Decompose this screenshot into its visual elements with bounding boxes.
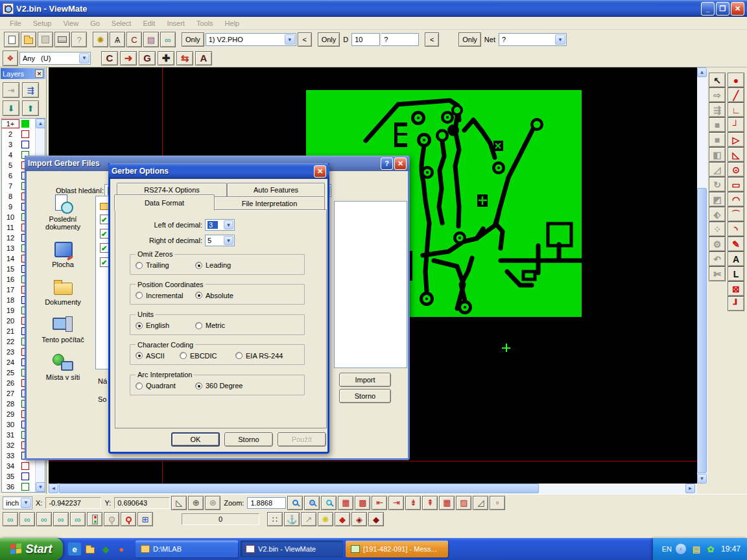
draw-rect-tool[interactable]: ▭ bbox=[728, 177, 744, 192]
zoom-input[interactable]: 1.8868 bbox=[247, 497, 286, 509]
scroll-right-icon[interactable]: ► bbox=[685, 484, 695, 493]
draw-pad-tool[interactable]: ● bbox=[728, 73, 744, 88]
view-selection-button[interactable]: ∞ bbox=[53, 512, 69, 526]
layer-color-chip[interactable] bbox=[21, 462, 29, 470]
only-net-button[interactable]: Only bbox=[458, 32, 481, 47]
scroll-up-icon[interactable]: ▲ bbox=[36, 119, 45, 128]
grid-dd-button[interactable]: ▦ bbox=[338, 496, 353, 510]
quicklaunch-folder[interactable] bbox=[84, 542, 97, 555]
quicklaunch-ie[interactable]: e bbox=[68, 542, 81, 555]
quad-view-button[interactable]: ⊞ bbox=[137, 512, 153, 526]
tab-auto-features[interactable]: Auto Features bbox=[227, 183, 325, 196]
right-of-decimal-combo[interactable]: 5 ▼ bbox=[205, 235, 235, 246]
menu-help[interactable]: Help bbox=[219, 18, 246, 29]
zoom-grid-button[interactable] bbox=[304, 496, 320, 510]
pad-up-button[interactable]: ⇞ bbox=[422, 496, 438, 510]
filled-rect-tool[interactable]: ■ bbox=[709, 117, 726, 132]
close-button[interactable]: ✕ bbox=[731, 2, 744, 16]
menu-setup[interactable]: Setup bbox=[27, 18, 58, 29]
item-type-combo[interactable]: Any (U) ▼ bbox=[19, 52, 91, 65]
grid-dots-button[interactable]: ∷ bbox=[267, 512, 283, 526]
select-trace-button[interactable]: ➜ bbox=[120, 51, 137, 65]
pad-mixed-button[interactable]: ◆ bbox=[368, 512, 384, 526]
layer-color-chip[interactable] bbox=[21, 141, 29, 148]
radio-incremental[interactable]: Incremental bbox=[136, 292, 191, 299]
chevron-down-icon[interactable]: ▼ bbox=[79, 53, 89, 64]
radio-eia-rs-244[interactable]: EIA RS-244 bbox=[235, 352, 283, 360]
draw-triangle-tool[interactable]: ◺ bbox=[728, 147, 744, 162]
layer-color-chip[interactable] bbox=[21, 120, 29, 128]
scroll-left-icon[interactable]: ◄ bbox=[49, 484, 58, 493]
zoom-in-button[interactable] bbox=[287, 496, 303, 510]
film-colors-button[interactable]: ▤ bbox=[143, 32, 159, 47]
select-pad-button[interactable]: ✚ bbox=[158, 51, 174, 65]
undo-tool[interactable]: ↶ bbox=[709, 251, 726, 266]
scroll-up-icon[interactable]: ▲ bbox=[697, 67, 707, 77]
apply-button[interactable]: Použít bbox=[278, 432, 326, 447]
tray-icon-icq[interactable]: ✿ bbox=[704, 542, 717, 555]
menu-select[interactable]: Select bbox=[106, 18, 137, 29]
dcode-input[interactable]: 10 bbox=[351, 33, 380, 46]
draw-polyline-tool[interactable]: ∟ bbox=[728, 102, 744, 117]
vertical-scrollbar[interactable]: ▲ ▼ bbox=[697, 67, 707, 484]
select-text-button[interactable]: A bbox=[195, 51, 212, 65]
highlight-toggle-button[interactable] bbox=[87, 512, 102, 526]
flash-mode-button[interactable]: ✺ bbox=[318, 512, 333, 526]
tray-chevron-icon[interactable]: ‹ bbox=[676, 544, 686, 554]
dialog-close-button[interactable]: ✕ bbox=[314, 165, 326, 178]
layer-color-chip[interactable] bbox=[21, 130, 29, 138]
menu-file[interactable]: File bbox=[4, 18, 27, 29]
menu-go[interactable]: Go bbox=[84, 18, 106, 29]
stretch-button[interactable]: ↗ bbox=[301, 512, 316, 526]
ok-button[interactable]: OK bbox=[171, 432, 220, 447]
zoom-window-button[interactable] bbox=[321, 496, 337, 510]
chevron-down-icon[interactable]: ▼ bbox=[21, 498, 31, 508]
prev-layer-button[interactable]: < bbox=[298, 32, 312, 47]
task-viewmate[interactable]: V2.bin - ViewMate bbox=[241, 541, 343, 557]
unit-combo[interactable]: inch ▼ bbox=[3, 496, 32, 509]
scroll-down-icon[interactable]: ▼ bbox=[36, 482, 45, 492]
open-file-button[interactable] bbox=[21, 32, 36, 47]
step-repeat-tool[interactable]: ⁘ bbox=[709, 222, 726, 237]
net-combo[interactable]: ? ▼ bbox=[499, 33, 567, 46]
vertical-scroll-thumb[interactable] bbox=[697, 188, 707, 473]
view-polygons-button[interactable]: ∞ bbox=[36, 512, 52, 526]
radio-360-degree[interactable]: 360 Degree bbox=[195, 382, 243, 390]
draw-line-tool[interactable]: ╱ bbox=[728, 88, 744, 102]
left-of-decimal-combo[interactable]: 3 ▼ bbox=[205, 219, 235, 231]
radio-absolute[interactable]: Absolute bbox=[195, 292, 233, 299]
menu-edit[interactable]: Edit bbox=[137, 18, 161, 29]
mirror-tool[interactable]: ◧ bbox=[709, 147, 726, 162]
pan-center-button[interactable]: ⊛ bbox=[205, 496, 220, 510]
menu-insert[interactable]: Insert bbox=[161, 18, 191, 29]
context-help-button[interactable]: ? bbox=[71, 32, 87, 47]
pad-left-button[interactable]: ⇤ bbox=[372, 496, 387, 510]
place-network[interactable]: Místa v síti bbox=[32, 353, 94, 381]
draw-label-tool[interactable]: L bbox=[728, 266, 744, 281]
settings-tool[interactable]: ⚙ bbox=[709, 237, 726, 251]
radio-leading[interactable]: Leading bbox=[195, 261, 231, 269]
draw-corner-tool[interactable]: ┘ bbox=[728, 117, 744, 132]
marquee-select-button[interactable]: ▫ bbox=[490, 496, 505, 510]
radio-trailing[interactable]: Trailing bbox=[136, 261, 191, 269]
pad-solid-button[interactable]: ◆ bbox=[335, 512, 350, 526]
triangles-tool[interactable]: ◩ bbox=[709, 192, 726, 207]
task-message[interactable]: [191-482-091] - Mess... bbox=[346, 541, 448, 557]
minimize-button[interactable]: _ bbox=[701, 2, 715, 16]
place-recent-documents[interactable]: Poslední dokumenty bbox=[32, 194, 94, 231]
chevron-down-icon[interactable]: ▼ bbox=[224, 236, 233, 245]
dialog-close-button[interactable]: ✕ bbox=[394, 158, 407, 170]
lasso-tool[interactable]: ✄ bbox=[709, 266, 726, 281]
place-desktop[interactable]: Plocha bbox=[32, 240, 94, 268]
place-my-computer[interactable]: Tento počítač bbox=[32, 315, 94, 344]
dcode-symbols-button[interactable]: Ѧ bbox=[110, 32, 125, 47]
tab-file-interpretation[interactable]: File Interpretation bbox=[214, 196, 325, 210]
layer-color-chip[interactable] bbox=[21, 483, 29, 491]
restore-button[interactable]: ❐ bbox=[716, 2, 729, 16]
horizontal-scroll-thumb[interactable] bbox=[59, 484, 539, 493]
storno-button[interactable]: Storno bbox=[339, 389, 391, 403]
only-dcode-button[interactable]: Only bbox=[318, 32, 340, 47]
grid-fine-button[interactable]: ▩ bbox=[355, 496, 370, 510]
select-circle-button[interactable]: C bbox=[101, 51, 118, 65]
draw-circle-tool[interactable]: ⊙ bbox=[728, 162, 744, 177]
